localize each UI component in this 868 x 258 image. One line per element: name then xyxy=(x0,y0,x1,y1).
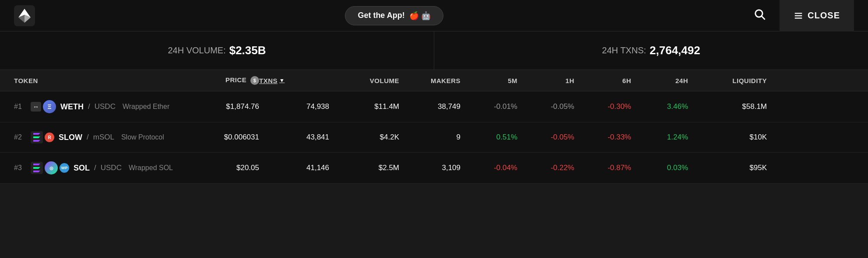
volume-value: $2.35B xyxy=(229,44,266,57)
sol-logo-icon: ◎ xyxy=(45,161,58,174)
token-cell-sol: #3 ◎ WP SOL / USDC Wrapped SOL xyxy=(14,161,180,174)
txns-value: 2,764,492 xyxy=(650,44,700,57)
weth-pair: USDC xyxy=(95,102,116,111)
weth-name: Wrapped Ether xyxy=(123,103,169,111)
col-5m: 5M xyxy=(460,77,517,84)
app-store-icons: 🍎 🤖 xyxy=(409,11,431,21)
token-table: TOKEN PRICE $ TXNS ▼ VOLUME MAKERS 5M 1H… xyxy=(0,70,868,184)
slow-icons: R xyxy=(31,131,54,143)
header-left xyxy=(14,5,35,26)
rank-2: #2 xyxy=(14,133,26,141)
weth-txns: 74,938 xyxy=(259,102,329,111)
header-right: CLOSE xyxy=(753,0,854,31)
table-header-row: TOKEN PRICE $ TXNS ▼ VOLUME MAKERS 5M 1H… xyxy=(0,70,868,91)
header: Get the App! 🍎 🤖 CLOSE xyxy=(0,0,868,31)
weth-icons: ↔ Ξ xyxy=(31,100,56,113)
slow-price: $0.006031 xyxy=(180,133,259,142)
rank-3: #3 xyxy=(14,164,26,172)
slow-liquidity: $10K xyxy=(688,133,767,142)
txns-label: 24H TXNS: xyxy=(602,45,646,56)
slow-makers: 9 xyxy=(399,133,460,142)
col-price: PRICE $ xyxy=(180,76,259,85)
sol-1h: -0.22% xyxy=(517,164,574,172)
sol-txns: 41,146 xyxy=(259,164,329,172)
slow-24h: 1.24% xyxy=(631,133,688,142)
token-cell-weth: #1 ↔ Ξ WETH / USDC Wrapped Ether xyxy=(14,100,180,113)
col-1h: 1H xyxy=(517,77,574,84)
table-row[interactable]: #1 ↔ Ξ WETH / USDC Wrapped Ether $1,874.… xyxy=(0,91,868,122)
sol-makers: 3,109 xyxy=(399,164,460,172)
sol-volume: $2.5M xyxy=(329,164,399,172)
slow-volume: $4.2K xyxy=(329,133,399,142)
sol-name: Wrapped SOL xyxy=(129,164,173,172)
weth-liquidity: $58.1M xyxy=(688,102,767,111)
token-cell-slow: #2 R SLOW / mSOL Slow Protocol xyxy=(14,131,180,143)
sol-icons: ◎ WP xyxy=(31,161,69,174)
slow-6h: -0.33% xyxy=(574,133,631,142)
weth-volume: $11.4M xyxy=(329,102,399,111)
col-24h: 24H xyxy=(631,77,688,84)
sol-24h: 0.03% xyxy=(631,164,688,172)
solana-s-icon-2 xyxy=(31,162,43,174)
volume-label: 24H VOLUME: xyxy=(168,45,225,56)
close-label: CLOSE xyxy=(808,10,840,21)
weth-1h: -0.05% xyxy=(517,102,574,111)
slow-symbol: SLOW xyxy=(59,133,82,142)
sol-5m: -0.04% xyxy=(460,164,517,172)
slow-5m: 0.51% xyxy=(460,133,517,142)
get-app-label: Get the App! xyxy=(358,11,404,20)
stats-bar: 24H VOLUME: $2.35B 24H TXNS: 2,764,492 xyxy=(0,31,868,70)
solana-s-icon xyxy=(31,131,43,143)
volume-stat: 24H VOLUME: $2.35B xyxy=(0,31,434,70)
swap-icon: ↔ xyxy=(31,102,41,112)
slow-name: Slow Protocol xyxy=(121,133,164,141)
slow-1h: -0.05% xyxy=(517,133,574,142)
menu-icon xyxy=(794,11,803,21)
price-currency-icon: $ xyxy=(250,76,259,85)
rank-1: #1 xyxy=(14,103,26,111)
sort-desc-icon: ▼ xyxy=(279,77,285,84)
col-liquidity: LIQUIDITY xyxy=(688,77,767,84)
table-row[interactable]: #2 R SLOW / mSOL Slow Protocol $0.006031… xyxy=(0,122,868,153)
slow-pair: mSOL xyxy=(93,133,114,142)
sol-pair: USDC xyxy=(101,164,122,172)
col-volume: VOLUME xyxy=(329,77,399,84)
weth-price: $1,874.76 xyxy=(180,102,259,111)
close-button[interactable]: CLOSE xyxy=(780,0,854,31)
sol-symbol: SOL xyxy=(74,164,90,173)
get-app-button[interactable]: Get the App! 🍎 🤖 xyxy=(345,6,443,25)
col-token: TOKEN xyxy=(14,77,180,84)
weth-6h: -0.30% xyxy=(574,102,631,111)
sol-price: $20.05 xyxy=(180,164,259,172)
weth-5m: -0.01% xyxy=(460,102,517,111)
weth-makers: 38,749 xyxy=(399,102,460,111)
sol-liquidity: $95K xyxy=(688,164,767,172)
weth-24h: 3.46% xyxy=(631,102,688,111)
platform-wp-icon: WP xyxy=(60,163,69,173)
col-6h: 6H xyxy=(574,77,631,84)
header-center: Get the App! 🍎 🤖 xyxy=(345,6,443,25)
txns-stat: 24H TXNS: 2,764,492 xyxy=(434,31,868,70)
table-row[interactable]: #3 ◎ WP SOL / USDC Wrapped SOL $20.05 41… xyxy=(0,153,868,184)
col-makers: MAKERS xyxy=(399,77,460,84)
search-icon xyxy=(753,8,766,20)
sol-6h: -0.87% xyxy=(574,164,631,172)
weth-symbol: WETH xyxy=(60,102,84,112)
platform-r-icon: R xyxy=(45,132,54,142)
weth-logo-icon: Ξ xyxy=(43,100,56,113)
svg-line-2 xyxy=(762,16,764,19)
search-button[interactable] xyxy=(753,8,766,23)
slow-txns: 43,841 xyxy=(259,133,329,142)
col-txns[interactable]: TXNS ▼ xyxy=(259,77,329,84)
birdeye-logo-icon xyxy=(14,5,35,26)
